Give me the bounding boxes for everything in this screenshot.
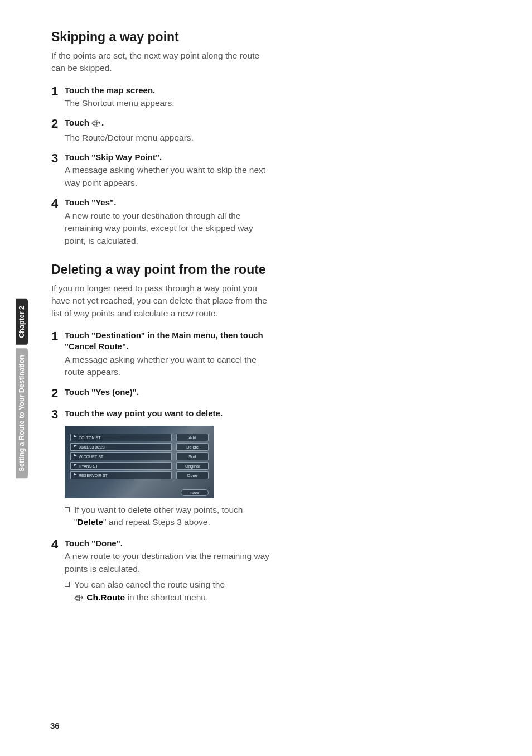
tab-running-head: Setting a Route to Your Destination: [16, 348, 28, 478]
route-detour-icon: [91, 119, 101, 130]
step-desc: A message asking whether you want to ski…: [65, 164, 274, 189]
step-desc: The Route/Detour menu appears.: [65, 132, 274, 144]
step-title: Touch "Skip Way Point".: [65, 152, 274, 163]
step-number: 4: [51, 538, 65, 605]
step-desc: A new route to your destination via the …: [65, 550, 274, 575]
note-bullet: If you want to delete other way points, …: [65, 504, 274, 529]
step-2-2: 2 Touch "Yes (one)".: [51, 387, 274, 400]
step-desc: A new route to your destination through …: [65, 210, 274, 247]
step-number: 3: [51, 152, 65, 189]
note-text-post: " and repeat Steps 3 above.: [103, 517, 210, 527]
step-1-3: 3 Touch "Skip Way Point". A message aski…: [51, 152, 274, 189]
list-item-label: COLTON ST: [79, 436, 100, 440]
bullet-square-icon: [65, 582, 70, 587]
step-title: Touch the way point you want to delete.: [65, 408, 274, 419]
step-2-1: 1 Touch "Destination" in the Main menu, …: [51, 330, 274, 378]
step-title: Touch "Yes (one)".: [65, 387, 274, 398]
step-1-4: 4 Touch "Yes". A new route to your desti…: [51, 197, 274, 247]
step-number: 1: [51, 85, 65, 110]
page-number: 36: [50, 721, 60, 730]
list-item[interactable]: RESERVOIR ST: [70, 471, 172, 479]
note-text: If you want to delete other way points, …: [74, 504, 274, 529]
list-item[interactable]: W COURT ST: [70, 452, 172, 460]
step-1-2: 2 Touch . The Route/Detour menu appears.: [51, 117, 274, 144]
list-item-label: HYANS ST: [79, 464, 98, 468]
original-button[interactable]: Original: [176, 462, 209, 470]
step-2-3: 3 Touch the way point you want to delete…: [51, 408, 274, 421]
step-desc: A message asking whether you want to can…: [65, 354, 274, 379]
back-button[interactable]: Back: [181, 489, 209, 496]
section-title-skipping: Skipping a way point: [51, 29, 274, 45]
list-item-label: W COURT ST: [79, 455, 103, 459]
list-item-label: RESERVOIR ST: [79, 474, 108, 478]
step-title: Touch "Destination" in the Main menu, th…: [65, 330, 274, 353]
step-2-4: 4 Touch "Done". A new route to your dest…: [51, 538, 274, 605]
add-button[interactable]: Add: [176, 434, 209, 441]
step-title: Touch "Done".: [65, 538, 274, 549]
bullet-square-icon: [65, 507, 70, 512]
list-item-label: 01/01/03 00:28: [79, 445, 105, 449]
svg-rect-4: [74, 473, 74, 478]
sort-button[interactable]: Sort: [176, 452, 209, 460]
done-button[interactable]: Done: [176, 471, 209, 479]
list-item[interactable]: 01/01/03 00:28: [70, 443, 172, 451]
svg-rect-3: [74, 464, 74, 468]
note-text: You can also cancel the route using the …: [74, 579, 225, 605]
note-line1: You can also cancel the route using the: [74, 580, 225, 589]
section-title-deleting: Deleting a way point from the route: [51, 262, 274, 278]
step-title: Touch the map screen.: [65, 85, 274, 96]
section-intro-skipping: If the points are set, the next way poin…: [51, 50, 274, 75]
note-bullet: You can also cancel the route using the …: [65, 579, 274, 605]
waypoint-list-screenshot: COLTON ST Add 01/01/03 00:28 Delete W CO…: [65, 426, 214, 498]
svg-rect-2: [74, 454, 74, 459]
side-tabs: Chapter 2 Setting a Route to Your Destin…: [16, 296, 28, 478]
svg-rect-0: [74, 435, 74, 440]
step-title-pre: Touch: [65, 118, 91, 127]
step-1-1: 1 Touch the map screen. The Shortcut men…: [51, 85, 274, 110]
step-number: 4: [51, 197, 65, 247]
step-title-post: .: [101, 118, 104, 127]
svg-rect-1: [74, 445, 74, 449]
list-item[interactable]: COLTON ST: [70, 434, 172, 441]
note-post: in the shortcut menu.: [125, 593, 208, 602]
step-number: 3: [51, 408, 65, 421]
delete-button[interactable]: Delete: [176, 443, 209, 451]
section-intro-deleting: If you no longer need to pass through a …: [51, 282, 274, 320]
step-title: Touch "Yes".: [65, 197, 274, 208]
step-title: Touch .: [65, 117, 274, 130]
route-detour-icon: [74, 593, 84, 605]
step-desc: The Shortcut menu appears.: [65, 97, 274, 109]
list-item[interactable]: HYANS ST: [70, 462, 172, 470]
step-number: 2: [51, 117, 65, 144]
step-number: 2: [51, 387, 65, 400]
note-text-bold: Delete: [78, 517, 104, 527]
tab-chapter: Chapter 2: [16, 299, 28, 345]
note-bold: Ch.Route: [86, 593, 125, 602]
step-number: 1: [51, 330, 65, 378]
